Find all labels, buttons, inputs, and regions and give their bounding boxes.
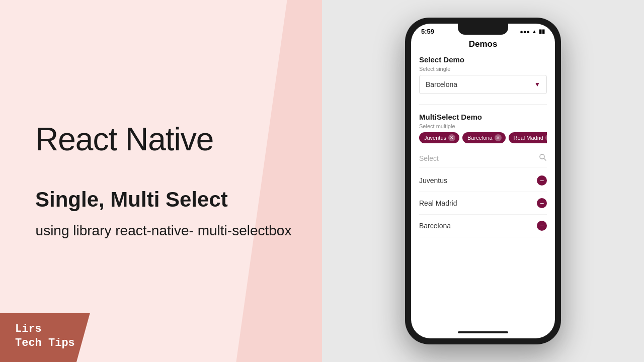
- section-divider: [419, 104, 547, 105]
- status-icons: ●●● ▲ ▮▮: [520, 28, 545, 35]
- list-item-label: Juventus: [419, 176, 447, 185]
- battery-icon: ▮▮: [539, 28, 545, 35]
- brand-line2: Tech Tips: [15, 336, 75, 351]
- list-item-barcelona[interactable]: Barcelona −: [419, 215, 547, 237]
- subtitle-bold: Single, Multi Select: [35, 187, 292, 212]
- multiselect-tags: Juventus ✕ Barcelona ✕ Real Madrid ✕ ▲: [419, 132, 547, 143]
- tag-label: Juventus: [424, 135, 446, 141]
- phone-screen: 5:59 ●●● ▲ ▮▮ Demos Select Demo Select s…: [411, 24, 555, 338]
- remove-icon-barcelona[interactable]: −: [537, 221, 547, 231]
- wifi-icon: ▲: [532, 29, 537, 34]
- remove-icon-real-madrid[interactable]: −: [537, 198, 547, 208]
- tag-label: Real Madrid: [514, 135, 543, 141]
- tag-barcelona[interactable]: Barcelona ✕: [462, 132, 506, 143]
- multiselect-demo-title: MultiSelect Demo: [419, 113, 547, 121]
- phone-notch: [458, 24, 508, 35]
- list-item-real-madrid[interactable]: Real Madrid −: [419, 192, 547, 215]
- search-icon: [539, 153, 547, 163]
- select-value: Barcelona: [426, 80, 457, 88]
- tag-real-madrid[interactable]: Real Madrid ✕: [509, 132, 547, 143]
- nav-header: Demos: [411, 37, 555, 55]
- select-demo-title: Select Demo: [419, 55, 547, 64]
- brand-line1: Lirs: [15, 322, 75, 337]
- list-item-juventus[interactable]: Juventus −: [419, 169, 547, 192]
- subtitle-light: using library react-native- multi-select…: [35, 221, 292, 240]
- signal-icon: ●●●: [520, 29, 530, 35]
- list-item-label: Real Madrid: [419, 199, 457, 207]
- select-demo-subtitle: Select single: [419, 66, 547, 72]
- tag-label: Barcelona: [467, 135, 493, 141]
- left-panel: React Native Single, Multi Select using …: [0, 0, 322, 362]
- home-indicator: [411, 328, 555, 338]
- status-time: 5:59: [421, 28, 434, 35]
- screen-content[interactable]: Select Demo Select single Barcelona ▼ Mu…: [411, 55, 555, 328]
- react-native-title: React Native: [35, 122, 292, 157]
- right-panel: 5:59 ●●● ▲ ▮▮ Demos Select Demo Select s…: [322, 0, 644, 362]
- tag-remove-real-madrid[interactable]: ✕: [545, 134, 547, 141]
- tag-juventus[interactable]: Juventus ✕: [419, 132, 459, 143]
- search-box[interactable]: Select: [419, 149, 547, 167]
- svg-line-1: [544, 158, 546, 160]
- tag-remove-juventus[interactable]: ✕: [448, 134, 455, 141]
- dropdown-arrow-icon: ▼: [534, 81, 540, 88]
- multiselect-demo-subtitle: Select multiple: [419, 123, 547, 129]
- phone-frame: 5:59 ●●● ▲ ▮▮ Demos Select Demo Select s…: [405, 18, 561, 344]
- home-bar: [458, 331, 508, 333]
- search-placeholder: Select: [419, 154, 439, 162]
- brand-badge: Lirs Tech Tips: [0, 313, 90, 362]
- select-dropdown[interactable]: Barcelona ▼: [419, 75, 547, 94]
- list-item-label: Barcelona: [419, 222, 451, 230]
- remove-icon-juventus[interactable]: −: [537, 175, 547, 186]
- tag-remove-barcelona[interactable]: ✕: [495, 134, 502, 141]
